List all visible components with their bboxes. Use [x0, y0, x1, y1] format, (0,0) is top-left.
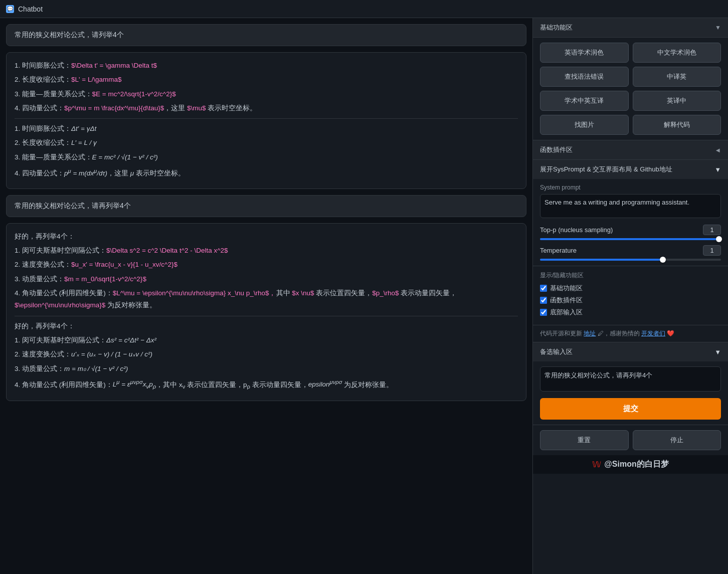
source-link[interactable]: 地址: [584, 330, 596, 337]
system-prompt-input[interactable]: Serve me as a writing and programming as…: [540, 194, 721, 218]
backup-section: 备选输入区 ▼ 常用的狭义相对论公式，请再列举4个 提交: [533, 342, 728, 425]
source-heart: ❤️: [667, 330, 674, 337]
user-message-1: 常用的狭义相对论公式，请列举4个: [6, 24, 526, 46]
basic-btn-grid: 英语学术润色 中文学术润色 查找语法错误 中译英 学术中英互译 英译中 找图片 …: [533, 38, 728, 140]
r2-rendered-3: 3. 动质量公式：m = m₀ / √(1 − v² / c²): [15, 363, 518, 375]
r2-rendered-2: 2. 速度变换公式：u'ₓ = (uₓ − v) / (1 − uₓv / c²…: [15, 348, 518, 360]
top-p-slider-track[interactable]: [540, 238, 721, 240]
checkbox-basic-label: 基础功能区: [550, 284, 583, 293]
btn-explain-code[interactable]: 解释代码: [633, 115, 721, 135]
checkbox-plugin-label: 函数插件区: [550, 296, 583, 305]
basic-section-header[interactable]: 基础功能区 ▼: [533, 18, 728, 38]
stop-button[interactable]: 停止: [633, 430, 721, 450]
sysprompt-header-arrow: ▼: [714, 166, 721, 173]
user-message-2-text: 常用的狭义相对论公式，请再列举4个: [15, 202, 131, 210]
latex2-item-1: 1. 闵可夫斯基时空间隔公式：$\Delta s^2 = c^2 \Delta …: [15, 245, 518, 257]
top-p-row: Top-p (nucleus sampling) 1: [540, 225, 721, 235]
top-p-slider-thumb[interactable]: [716, 236, 722, 242]
separator2: [15, 316, 518, 316]
rendered-item-3: 3. 能量—质量关系公式：E = mc² / √(1 − v² / c²): [15, 151, 518, 163]
basic-section-arrow: ▼: [715, 24, 721, 31]
top-p-slider-fill: [540, 238, 721, 240]
separator: [15, 118, 518, 119]
source-suffix: 🖊，感谢热情的: [598, 330, 640, 337]
app-header: 💬 Chatbot: [0, 0, 728, 18]
chat-panel: 常用的狭义相对论公式，请列举4个 1. 时间膨胀公式：$\Delta t' = …: [0, 18, 532, 574]
temperature-label: Temperature: [540, 247, 577, 254]
backup-body: 常用的狭义相对论公式，请再列举4个 提交: [533, 361, 728, 425]
sysprompt-body: System prompt Serve me as a writing and …: [533, 179, 728, 266]
weibo-icon: 𝕎: [592, 460, 601, 469]
r2-rendered-1: 1. 闵可夫斯基时空间隔公式：Δs² = c²Δt² − Δx²: [15, 334, 518, 346]
latex-item-4: 4. 四动量公式：$p^\mu = m \frac{dx^\mu}{d\tau}…: [15, 102, 518, 114]
watermark-text: @Simon的白日梦: [604, 459, 669, 470]
user-message-2: 常用的狭义相对论公式，请再列举4个: [6, 195, 526, 217]
plugin-section-arrow: ◄: [714, 146, 721, 154]
contributors-link[interactable]: 开发者们: [641, 330, 665, 337]
display-section: 显示/隐藏功能区 基础功能区 函数插件区 底部输入区: [533, 266, 728, 325]
btn-en-polish[interactable]: 英语学术润色: [540, 43, 629, 63]
sysprompt-header-label: 展开SysPrompt & 交互界面布局 & Github地址: [540, 165, 672, 174]
checkbox-row-bottom: 底部输入区: [540, 308, 721, 317]
response2-intro: 好的，再列举4个：: [15, 231, 518, 243]
r2-rendered-intro: 好的，再列举4个：: [15, 320, 518, 332]
basic-section-label: 基础功能区: [540, 23, 573, 32]
latex-item-2: 2. 长度收缩公式：$L' = L/\gamma$: [15, 74, 518, 86]
backup-header-label: 备选输入区: [540, 347, 573, 356]
btn-en-to-zh[interactable]: 英译中: [633, 91, 721, 111]
checkbox-row-basic: 基础功能区: [540, 284, 721, 293]
submit-button[interactable]: 提交: [540, 398, 721, 420]
checkbox-row-plugin: 函数插件区: [540, 296, 721, 305]
reset-button[interactable]: 重置: [540, 430, 629, 450]
checkbox-basic[interactable]: [540, 285, 547, 292]
latex2-item-3: 3. 动质量公式：$m = m_0/\sqrt{1-v^2/c^2}$: [15, 273, 518, 285]
sysprompt-header[interactable]: 展开SysPrompt & 交互界面布局 & Github地址 ▼: [533, 160, 728, 179]
bottom-row: 重置 停止: [533, 425, 728, 455]
btn-find-image[interactable]: 找图片: [540, 115, 629, 135]
backup-header-arrow: ▼: [714, 348, 721, 356]
rendered-item-2: 2. 长度收缩公式：L′ = L / γ: [15, 137, 518, 149]
btn-zh-polish[interactable]: 中文学术润色: [633, 43, 721, 63]
source-prefix: 代码开源和更新: [540, 330, 582, 337]
assistant-message-1: 1. 时间膨胀公式：$\Delta t' = \gamma \Delta t$ …: [6, 52, 526, 189]
app-icon: 💬: [6, 5, 14, 13]
latex-item-3: 3. 能量—质量关系公式：$E = mc^2/\sqrt{1-v^2/c^2}$: [15, 88, 518, 100]
btn-grammar[interactable]: 查找语法错误: [540, 67, 629, 87]
temperature-slider-track[interactable]: [540, 259, 721, 261]
watermark-area: 𝕎 @Simon的白日梦: [533, 455, 728, 474]
btn-zh-to-en[interactable]: 中译英: [633, 67, 721, 87]
plugin-section-header[interactable]: 函数插件区 ◄: [533, 140, 728, 160]
main-layout: 常用的狭义相对论公式，请列举4个 1. 时间膨胀公式：$\Delta t' = …: [0, 18, 728, 574]
top-p-label: Top-p (nucleus sampling): [540, 226, 613, 234]
checkbox-bottom-label: 底部输入区: [550, 308, 583, 317]
checkbox-bottom[interactable]: [540, 309, 547, 316]
latex-item-1: 1. 时间膨胀公式：$\Delta t' = \gamma \Delta t$: [15, 60, 518, 72]
sysprompt-section: 展开SysPrompt & 交互界面布局 & Github地址 ▼ System…: [533, 160, 728, 266]
plugin-section-label: 函数插件区: [540, 145, 573, 154]
sidebar: 基础功能区 ▼ 英语学术润色 中文学术润色 查找语法错误 中译英 学术中英互译 …: [532, 18, 728, 574]
checkbox-plugin[interactable]: [540, 297, 547, 304]
rendered-item-1: 1. 时间膨胀公式：Δt′ = γΔt: [15, 123, 518, 135]
system-prompt-label: System prompt: [540, 184, 721, 191]
backup-textarea[interactable]: 常用的狭义相对论公式，请再列举4个: [540, 366, 721, 392]
temperature-slider-thumb[interactable]: [660, 257, 666, 263]
latex2-item-2: 2. 速度变换公式：$u_x' = \frac{u_x - v}{1 - u_x…: [15, 259, 518, 271]
app-title: Chatbot: [18, 5, 43, 13]
r2-rendered-4: 4. 角动量公式 (利用四维矢量)：Lμ = εμνρσxνpρ，其中 xν 表…: [15, 377, 518, 392]
btn-academic-translate[interactable]: 学术中英互译: [540, 91, 629, 111]
temperature-value: 1: [703, 245, 721, 256]
temperature-row: Temperature 1: [540, 245, 721, 256]
rendered-item-4: 4. 四动量公式：pμ = m(dxμ/dτ)，这里 μ 表示时空坐标。: [15, 165, 518, 179]
temperature-slider-fill: [540, 259, 663, 261]
source-row: 代码开源和更新 地址 🖊，感谢热情的 开发者们 ❤️: [533, 325, 728, 342]
display-section-label: 显示/隐藏功能区: [540, 271, 721, 280]
latex2-item-4: 4. 角动量公式 (利用四维矢量)：$L^\mu = \epsilon^{\mu…: [15, 287, 518, 312]
user-message-1-text: 常用的狭义相对论公式，请列举4个: [15, 31, 124, 39]
top-p-value: 1: [703, 225, 721, 235]
backup-header[interactable]: 备选输入区 ▼: [533, 342, 728, 361]
assistant-message-2: 好的，再列举4个： 1. 闵可夫斯基时空间隔公式：$\Delta s^2 = c…: [6, 223, 526, 401]
